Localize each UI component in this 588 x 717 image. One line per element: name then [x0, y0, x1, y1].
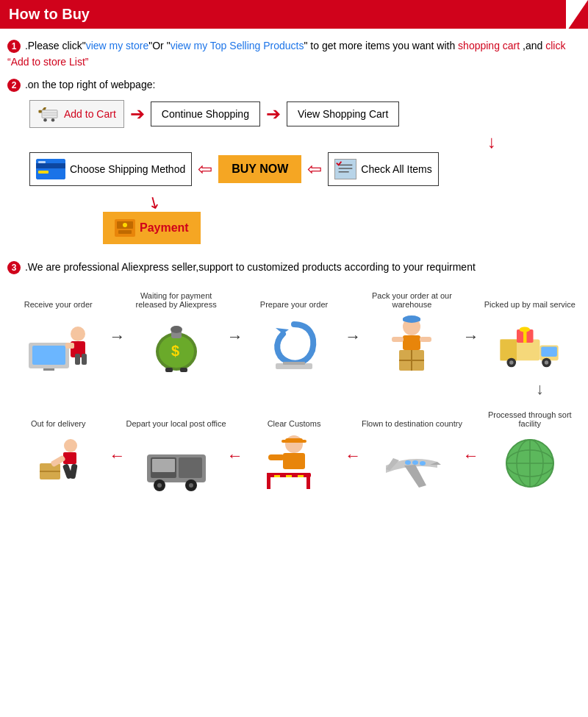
pack-label: Pack your order at our warehouse: [361, 287, 462, 309]
receive-icon: [25, 313, 91, 372]
step1-text-part3: " to get more items you want with: [304, 40, 458, 51]
top-selling-link[interactable]: view my Top Selling Products: [171, 40, 304, 51]
process-item-pickup: Picked up by mail service: [479, 287, 581, 372]
process-row2: Out for delivery: [7, 406, 581, 491]
step3-label: .We are professional Aliexpress seller,s…: [25, 261, 476, 273]
view-shopping-cart-button[interactable]: View Shopping Cart: [287, 101, 399, 126]
continue-shopping-button[interactable]: Continue Shopping: [151, 101, 260, 126]
depart-icon: [143, 432, 209, 491]
process-arrow-3: →: [345, 327, 361, 346]
view-shopping-cart-label: View Shopping Cart: [298, 108, 388, 120]
svg-point-53: [545, 360, 548, 364]
svg-rect-82: [286, 475, 292, 477]
page-title: How to Buy: [9, 6, 90, 23]
diagonal-arrow-container: ↘: [29, 190, 581, 212]
svg-rect-77: [268, 454, 284, 460]
process-item-flown: Flown to destination country: [361, 406, 462, 491]
arrow-right-1: ➔: [130, 104, 145, 124]
svg-rect-10: [38, 161, 46, 163]
svg-rect-80: [306, 473, 310, 489]
check-all-items-button[interactable]: Check All Items: [328, 152, 438, 186]
flow-row3: Payment: [29, 212, 581, 244]
process-arrow-r3: ←: [345, 446, 361, 465]
process-row1: Receive your order: [7, 287, 581, 372]
process-item-waiting: Waiting for payment released by Aliexpre…: [125, 287, 226, 372]
svg-point-85: [412, 460, 418, 465]
prepare-label: Prepare your order: [260, 287, 328, 309]
process-section: Receive your order: [7, 287, 581, 491]
cart-icon: [37, 105, 60, 123]
svg-rect-66: [152, 459, 175, 472]
choose-shipping-button[interactable]: Choose Shipping Method: [29, 152, 192, 186]
down-arrow-between-rows: ↓: [536, 379, 544, 399]
arrow-down-icon: ↓: [487, 132, 537, 152]
delivery-label: Out for delivery: [31, 406, 86, 428]
svg-rect-49: [500, 339, 517, 360]
down-arrow-container: ↓: [29, 132, 581, 152]
flown-label: Flown to destination country: [362, 406, 462, 428]
svg-rect-48: [541, 346, 557, 357]
svg-rect-42: [420, 337, 431, 342]
svg-marker-1: [42, 107, 46, 110]
svg-point-69: [157, 483, 162, 488]
payment-button[interactable]: Payment: [103, 212, 201, 244]
header-section: How to Buy: [0, 0, 588, 29]
step1-text: 1 .Please click"view my store"Or "view m…: [7, 38, 581, 71]
shopping-cart-link[interactable]: shopping cart: [458, 40, 520, 51]
svg-rect-33: [180, 368, 187, 372]
process-item-receive: Receive your order: [7, 287, 109, 372]
svg-point-30: [171, 326, 182, 333]
arrow-left-1: ⇦: [198, 159, 212, 179]
step2-text: 2 .on the top right of webpage:: [7, 76, 581, 93]
svg-rect-24: [65, 343, 74, 349]
svg-rect-17: [118, 230, 132, 234]
waiting-label: Waiting for payment released by Aliexpre…: [125, 287, 226, 309]
svg-rect-11: [335, 160, 356, 179]
process-item-pack: Pack your order at our warehouse: [361, 287, 462, 372]
process-item-sort: Processed through sort facility: [479, 406, 581, 491]
prepare-icon: [261, 313, 327, 372]
buy-now-button[interactable]: BUY NOW: [218, 155, 301, 183]
svg-point-57: [64, 439, 77, 452]
arrow-right-2: ➔: [266, 104, 281, 124]
main-content: 1 .Please click"view my store"Or "view m…: [0, 29, 588, 507]
svg-rect-40: [403, 335, 420, 350]
svg-rect-21: [43, 368, 54, 371]
sort-label: Processed through sort facility: [479, 406, 581, 428]
customs-label: Clear Customs: [268, 406, 321, 428]
step3-number: 3: [7, 261, 21, 274]
step1-text-part4: ,and: [520, 40, 545, 51]
pickup-icon: [497, 313, 563, 372]
process-arrow-r2: ←: [227, 446, 243, 465]
svg-point-56: [519, 327, 529, 332]
svg-rect-81: [274, 475, 280, 477]
process-arrow-1: →: [109, 327, 125, 346]
view-my-store-link[interactable]: view my store: [86, 40, 149, 51]
header-arrow-decoration: [566, 0, 588, 32]
svg-marker-34: [276, 328, 289, 334]
row-down-arrow: ↓: [7, 379, 581, 399]
process-item-depart: Depart your local post office: [125, 406, 226, 491]
flow-row2: Choose Shipping Method ⇦ BUY NOW ⇦: [29, 152, 581, 186]
svg-point-84: [420, 461, 426, 465]
depart-label: Depart your local post office: [126, 406, 226, 428]
svg-rect-36: [283, 362, 305, 365]
flow-diagram: Add to Cart ➔ Continue Shopping ➔ View S…: [29, 100, 581, 244]
svg-rect-9: [38, 171, 49, 174]
waiting-icon: $: [143, 313, 209, 372]
step2-label: .on the top right of webpage:: [25, 79, 155, 90]
svg-rect-62: [70, 463, 78, 479]
add-to-cart-label: Add to Cart: [64, 108, 116, 120]
svg-point-22: [71, 327, 85, 341]
choose-shipping-label: Choose Shipping Method: [70, 163, 185, 175]
check-all-items-label: Check All Items: [361, 163, 431, 175]
diagonal-arrow-icon: ↘: [143, 190, 165, 214]
credit-card-icon: [36, 159, 65, 179]
buy-now-label: BUY NOW: [232, 163, 288, 175]
customs-icon: [261, 432, 327, 491]
add-to-cart-button[interactable]: Add to Cart: [29, 100, 124, 128]
step3-text: 3 .We are professional Aliexpress seller…: [7, 259, 581, 275]
svg-point-18: [123, 223, 127, 227]
process-item-customs: Clear Customs: [243, 406, 345, 491]
process-arrow-r1: ←: [109, 446, 125, 465]
